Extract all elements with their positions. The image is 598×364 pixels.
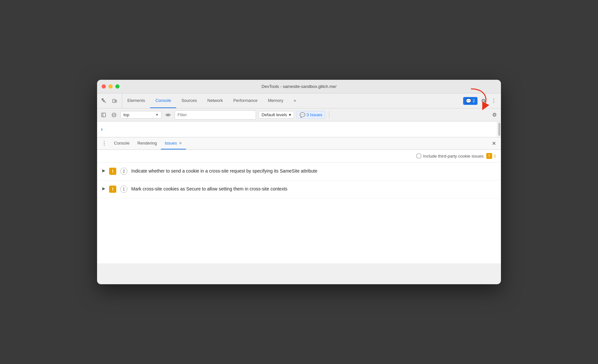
issues-badge-icon: 💬 [466, 98, 471, 104]
drawer-tabs: ⋮ Console Rendering Issues ✕ ✕ [97, 137, 501, 150]
separator [329, 111, 329, 119]
svg-rect-3 [102, 113, 106, 117]
console-prompt-icon: › [101, 126, 103, 132]
traffic-lights [102, 84, 120, 89]
issue-2-count: 1 [120, 186, 127, 193]
issues-panel: Include third-party cookie issues ! 3 ▶ … [97, 150, 501, 263]
third-party-cookie-checkbox[interactable] [417, 154, 421, 158]
drawer-menu-icon[interactable]: ⋮ [100, 137, 109, 149]
drawer-tab-rendering[interactable]: Rendering [134, 137, 161, 149]
issues-panel-button[interactable]: 💬 3 Issues [297, 111, 325, 119]
issues-badge-count: 2 [473, 99, 475, 103]
tab-sources[interactable]: Sources [176, 93, 202, 108]
issues-badge-button[interactable]: 💬 2 [463, 97, 477, 105]
issue-2-warning-icon: ! [109, 186, 116, 193]
more-options-button[interactable]: ⋮ [489, 96, 498, 105]
issue-2-text: Mark cross-site cookies as Secure to all… [131, 186, 496, 192]
issue-1-text: Indicate whether to send a cookie in a c… [131, 168, 496, 175]
default-levels-label: Default levels [262, 112, 287, 117]
issue-2-expand-icon[interactable]: ▶ [102, 186, 105, 191]
tab-elements[interactable]: Elements [122, 93, 150, 108]
maximize-button[interactable] [115, 84, 120, 89]
tab-performance[interactable]: Performance [228, 93, 263, 108]
svg-point-7 [167, 114, 169, 116]
issues-empty-space [97, 198, 501, 263]
close-drawer-icon[interactable]: ✕ [489, 137, 498, 149]
drawer-tab-issues[interactable]: Issues ✕ [161, 137, 186, 149]
console-bar: top ▼ Default levels ▾ 💬 3 Issues ⚙ [97, 108, 501, 121]
inspect-element-icon[interactable] [100, 96, 109, 105]
third-party-cookie-label: Include third-party cookie issues [423, 154, 484, 159]
tab-more[interactable]: » [289, 93, 301, 108]
settings-button[interactable]: ⚙ [479, 96, 488, 105]
close-issues-tab-icon[interactable]: ✕ [179, 141, 182, 146]
tab-console[interactable]: Console [150, 93, 176, 108]
toolbar-tabs: Elements Console Sources Network Perform… [122, 93, 463, 108]
execution-context-selector[interactable]: top ▼ [121, 111, 162, 119]
drawer-tab-console[interactable]: Console [110, 137, 134, 149]
svg-rect-1 [113, 99, 115, 103]
title-bar: DevTools - samesite-sandbox.glitch.me/ [97, 80, 501, 93]
tab-memory[interactable]: Memory [263, 93, 289, 108]
issues-panel-icon: 💬 [300, 112, 305, 118]
device-toolbar-icon[interactable] [110, 96, 119, 105]
tab-network[interactable]: Network [202, 93, 228, 108]
default-levels-dropdown[interactable]: Default levels ▾ [259, 111, 294, 119]
sidebar-toggle-icon[interactable] [100, 111, 107, 119]
main-content: › ⋮ Console Rendering Issues ✕ [97, 121, 501, 284]
execution-context-value: top [123, 112, 129, 117]
issue-item-2[interactable]: ▶ ! 1 Mark cross-site cookies as Secure … [97, 180, 501, 198]
console-area: › [97, 121, 501, 137]
console-scrollbar[interactable] [497, 121, 501, 137]
eye-icon[interactable] [164, 111, 172, 119]
toolbar-icon-group [97, 93, 122, 108]
issues-total-number: 3 [493, 154, 496, 159]
third-party-cookie-filter[interactable]: Include third-party cookie issues [417, 154, 484, 159]
warning-badge-icon: ! [486, 153, 492, 159]
scrollbar-thumb [498, 123, 500, 136]
bottom-panel: ⋮ Console Rendering Issues ✕ ✕ [97, 137, 501, 263]
toolbar-right: 💬 2 ⚙ ⋮ [463, 93, 501, 108]
default-levels-arrow: ▾ [289, 112, 291, 117]
clear-console-icon[interactable] [110, 111, 118, 119]
console-settings-icon[interactable]: ⚙ [491, 111, 498, 119]
close-button[interactable] [102, 84, 106, 89]
issue-1-warning-icon: ! [109, 168, 116, 175]
console-input-line[interactable]: › [97, 121, 497, 137]
svg-rect-2 [115, 100, 117, 102]
issues-panel-label: 3 Issues [306, 112, 322, 117]
issue-1-expand-icon[interactable]: ▶ [102, 168, 105, 173]
issues-filter-bar: Include third-party cookie issues ! 3 [97, 150, 501, 162]
devtools-window: DevTools - samesite-sandbox.glitch.me/ E… [97, 80, 501, 284]
devtools-toolbar: Elements Console Sources Network Perform… [97, 93, 501, 108]
minimize-button[interactable] [108, 84, 113, 89]
issue-item-1[interactable]: ▶ ! 2 Indicate whether to send a cookie … [97, 162, 501, 180]
issue-1-count: 2 [120, 168, 127, 175]
filter-input[interactable] [175, 110, 256, 119]
issues-total-count: ! 3 [486, 153, 496, 159]
window-title: DevTools - samesite-sandbox.glitch.me/ [262, 84, 336, 89]
dropdown-arrow-icon: ▼ [155, 113, 159, 117]
